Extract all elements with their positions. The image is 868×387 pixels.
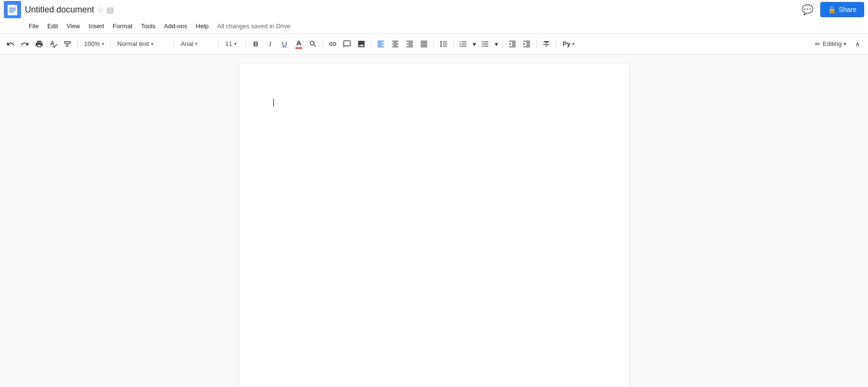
separator-6 (323, 39, 323, 49)
print-button[interactable] (33, 37, 46, 51)
menu-tools[interactable]: Tools (137, 21, 159, 32)
bullet-list-button[interactable] (478, 37, 492, 51)
align-left-button[interactable] (374, 37, 388, 51)
text-color-button[interactable]: A (292, 37, 305, 51)
font-selector[interactable]: Arial ▾ (177, 37, 216, 51)
editing-mode-label: Editing (823, 40, 842, 47)
share-button[interactable]: 🔒 Share (820, 2, 864, 17)
insert-image-button[interactable] (355, 37, 368, 51)
separator-12 (556, 39, 556, 49)
menu-help[interactable]: Help (192, 21, 213, 32)
macros-value: Py (563, 40, 570, 47)
highlight-button[interactable] (306, 37, 320, 51)
numbered-list-button[interactable] (456, 37, 470, 51)
numbered-list-dropdown[interactable]: ▾ (471, 37, 477, 51)
underline-button[interactable]: U (278, 37, 291, 51)
separator-8 (434, 39, 434, 49)
doc-title[interactable]: Untitled document (25, 5, 94, 15)
text-style-selector[interactable]: Normal text ▾ (114, 37, 171, 51)
zoom-selector[interactable]: 100% ▾ (81, 37, 108, 51)
svg-rect-2 (9, 8, 16, 9)
macros-selector[interactable]: Py ▾ (559, 37, 578, 51)
menu-file[interactable]: File (25, 21, 43, 32)
doc-title-area: Untitled document ☆ ▤ (25, 5, 799, 15)
collapse-toolbar-button[interactable]: ∧ (851, 37, 864, 51)
menu-bar: File Edit View Insert Format Tools Add-o… (0, 19, 868, 33)
align-center-button[interactable] (389, 37, 402, 51)
insert-comment-button[interactable] (340, 37, 354, 51)
italic-button[interactable]: I (263, 37, 277, 51)
comment-button[interactable]: 💬 (799, 1, 816, 18)
header-right: 💬 🔒 Share (799, 1, 864, 18)
separator-2 (110, 39, 111, 49)
menu-format[interactable]: Format (109, 21, 136, 32)
bullet-list-dropdown[interactable]: ▾ (493, 37, 499, 51)
menu-addons[interactable]: Add-ons (160, 21, 191, 32)
separator-1 (77, 39, 78, 49)
separator-5 (246, 39, 246, 49)
menu-view[interactable]: View (63, 21, 84, 32)
font-value: Arial (181, 40, 193, 47)
spellcheck-button[interactable] (47, 37, 60, 51)
macros-arrow: ▾ (572, 41, 575, 46)
increase-indent-button[interactable] (520, 37, 533, 51)
separator-9 (453, 39, 454, 49)
align-right-button[interactable] (403, 37, 416, 51)
zoom-arrow: ▾ (102, 41, 104, 46)
text-cursor (273, 99, 274, 107)
lock-icon: 🔒 (828, 6, 836, 13)
redo-button[interactable] (18, 37, 32, 51)
font-arrow: ▾ (195, 41, 197, 46)
document-page[interactable] (239, 64, 629, 387)
link-button[interactable] (326, 37, 339, 51)
star-icon[interactable]: ☆ (97, 5, 104, 14)
share-label: Share (839, 6, 857, 13)
decrease-indent-button[interactable] (506, 37, 519, 51)
text-style-arrow: ▾ (151, 41, 153, 46)
separator-10 (502, 39, 503, 49)
svg-rect-3 (9, 10, 16, 11)
bold-button[interactable]: B (249, 37, 262, 51)
separator-4 (218, 39, 219, 49)
line-spacing-button[interactable] (437, 37, 450, 51)
font-size-selector[interactable]: 11 ▾ (222, 37, 243, 51)
pencil-icon: ✏ (815, 40, 821, 48)
justify-button[interactable] (417, 37, 431, 51)
menu-insert[interactable]: Insert (85, 21, 108, 32)
font-size-value: 11 (225, 40, 232, 47)
editing-mode-arrow: ▾ (844, 41, 846, 46)
separator-11 (536, 39, 537, 49)
menu-edit[interactable]: Edit (43, 21, 62, 32)
saved-status: All changes saved in Drive (217, 22, 291, 30)
collapse-icon: ∧ (855, 40, 860, 48)
strikethrough-button[interactable] (540, 37, 553, 51)
paint-format-button[interactable] (61, 37, 75, 51)
font-size-arrow: ▾ (234, 41, 237, 46)
document-area (0, 55, 868, 387)
svg-rect-4 (9, 11, 14, 12)
separator-7 (371, 39, 371, 49)
zoom-value: 100% (84, 40, 100, 47)
separator-3 (174, 39, 174, 49)
app-logo (4, 1, 21, 18)
editing-mode-selector[interactable]: ✏ Editing ▾ (811, 38, 850, 50)
folder-icon[interactable]: ▤ (107, 5, 114, 14)
text-style-value: Normal text (117, 40, 149, 47)
undo-button[interactable] (4, 37, 17, 51)
toolbar: 100% ▾ Normal text ▾ Arial ▾ 11 ▾ B I U … (0, 33, 868, 55)
